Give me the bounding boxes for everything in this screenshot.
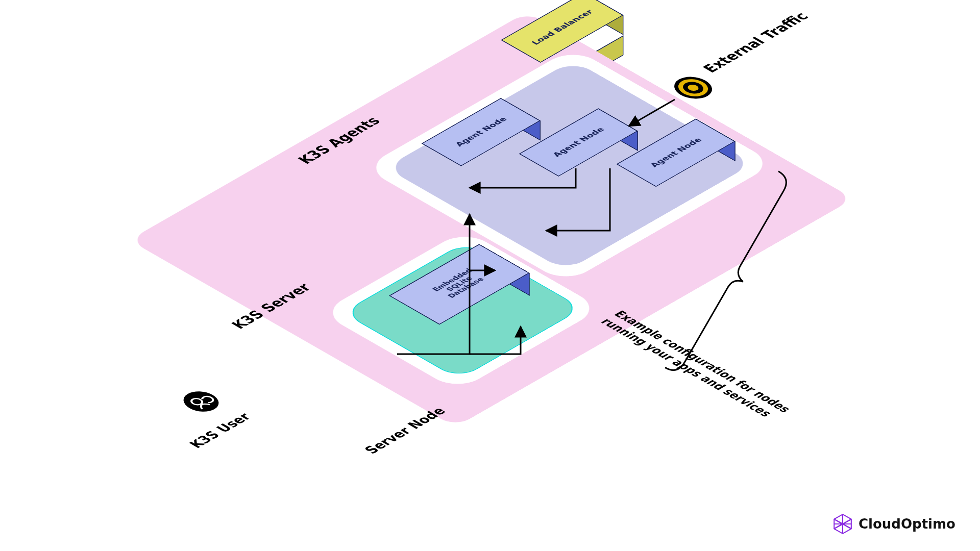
agent-node-label: Agent Node <box>648 136 704 168</box>
embedded-db-label: Embedded SQLite Database <box>431 268 487 300</box>
k3s-user-label: K3S User <box>186 411 254 450</box>
cluster-area <box>129 12 854 427</box>
svg-point-4 <box>176 387 226 416</box>
external-traffic-label: External Traffic <box>699 10 812 75</box>
svg-point-3 <box>685 83 701 92</box>
agent-node-label: Agent Node <box>550 126 607 158</box>
server-node-label: Server Node <box>361 405 449 456</box>
svg-point-5 <box>189 397 205 406</box>
cloudoptimo-icon <box>832 513 853 535</box>
svg-point-1 <box>672 76 714 99</box>
config-note: Example configuration for nodes running … <box>597 309 795 422</box>
agent-node-label: Agent Node <box>453 115 509 147</box>
brand-text: CloudOptimo <box>859 516 955 532</box>
svg-point-2 <box>679 80 707 96</box>
brand-logo: CloudOptimo <box>832 513 955 535</box>
k3s-user-icon <box>176 387 226 416</box>
load-balancer-label: Load Balancer <box>529 8 595 46</box>
